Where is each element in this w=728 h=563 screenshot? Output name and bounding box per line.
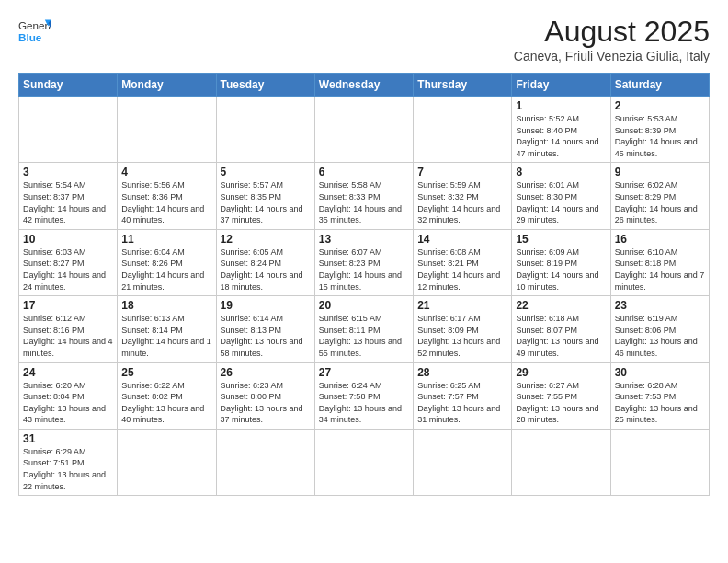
day-info: Sunrise: 6:03 AM Sunset: 8:27 PM Dayligh… [23, 247, 113, 293]
day-number: 6 [319, 166, 409, 178]
header-friday: Friday [512, 74, 610, 97]
calendar-day-cell: 19Sunrise: 6:14 AM Sunset: 8:13 PM Dayli… [216, 296, 314, 362]
day-number: 15 [516, 233, 606, 246]
day-number: 24 [23, 366, 113, 379]
calendar-day-cell: 8Sunrise: 6:01 AM Sunset: 8:30 PM Daylig… [512, 163, 610, 229]
calendar-day-cell [118, 429, 216, 495]
day-info: Sunrise: 5:57 AM Sunset: 8:35 PM Dayligh… [221, 179, 311, 225]
calendar-day-cell [118, 97, 216, 163]
calendar-day-cell: 6Sunrise: 5:58 AM Sunset: 8:33 PM Daylig… [314, 163, 413, 229]
calendar-day-cell: 14Sunrise: 6:08 AM Sunset: 8:21 PM Dayli… [414, 229, 512, 295]
calendar-day-cell: 21Sunrise: 6:17 AM Sunset: 8:09 PM Dayli… [414, 296, 512, 362]
calendar-day-cell [314, 429, 413, 495]
day-info: Sunrise: 5:54 AM Sunset: 8:37 PM Dayligh… [23, 179, 113, 225]
month-year-title: August 2025 [514, 15, 710, 49]
day-info: Sunrise: 6:18 AM Sunset: 8:07 PM Dayligh… [516, 313, 606, 359]
day-number: 21 [417, 299, 507, 312]
day-number: 27 [319, 366, 409, 379]
calendar-day-cell: 26Sunrise: 6:23 AM Sunset: 8:00 PM Dayli… [216, 362, 314, 429]
day-number: 2 [615, 99, 705, 112]
calendar-day-cell: 27Sunrise: 6:24 AM Sunset: 7:58 PM Dayli… [314, 362, 413, 429]
day-info: Sunrise: 6:29 AM Sunset: 7:51 PM Dayligh… [23, 446, 113, 492]
day-number: 8 [516, 166, 606, 178]
calendar-day-cell: 15Sunrise: 6:09 AM Sunset: 8:19 PM Dayli… [512, 229, 610, 295]
day-number: 11 [121, 233, 211, 246]
calendar-day-cell: 16Sunrise: 6:10 AM Sunset: 8:18 PM Dayli… [610, 229, 709, 295]
day-info: Sunrise: 6:19 AM Sunset: 8:06 PM Dayligh… [615, 313, 705, 359]
day-number: 17 [23, 299, 113, 312]
day-info: Sunrise: 6:02 AM Sunset: 8:29 PM Dayligh… [615, 179, 705, 225]
day-number: 22 [516, 299, 606, 312]
calendar-day-cell: 22Sunrise: 6:18 AM Sunset: 8:07 PM Dayli… [512, 296, 610, 362]
generalblue-logo-icon: General Blue [18, 15, 51, 48]
day-number: 28 [417, 366, 507, 379]
day-number: 23 [615, 299, 705, 312]
day-info: Sunrise: 6:25 AM Sunset: 7:57 PM Dayligh… [417, 380, 507, 426]
day-info: Sunrise: 6:10 AM Sunset: 8:18 PM Dayligh… [615, 247, 705, 293]
header: General Blue August 2025 Caneva, Friuli … [18, 15, 710, 63]
header-sunday: Sunday [19, 74, 118, 97]
day-info: Sunrise: 6:22 AM Sunset: 8:02 PM Dayligh… [121, 380, 211, 426]
day-info: Sunrise: 6:08 AM Sunset: 8:21 PM Dayligh… [417, 247, 507, 293]
calendar-week-row: 10Sunrise: 6:03 AM Sunset: 8:27 PM Dayli… [19, 229, 710, 295]
day-info: Sunrise: 6:24 AM Sunset: 7:58 PM Dayligh… [319, 380, 409, 426]
title-block: August 2025 Caneva, Friuli Venezia Giuli… [514, 15, 710, 63]
calendar-table: Sunday Monday Tuesday Wednesday Thursday… [18, 73, 710, 496]
day-info: Sunrise: 6:01 AM Sunset: 8:30 PM Dayligh… [516, 179, 606, 225]
day-info: Sunrise: 6:28 AM Sunset: 7:53 PM Dayligh… [615, 380, 705, 426]
day-number: 14 [417, 233, 507, 246]
day-info: Sunrise: 6:14 AM Sunset: 8:13 PM Dayligh… [221, 313, 311, 359]
day-info: Sunrise: 6:15 AM Sunset: 8:11 PM Dayligh… [319, 313, 409, 359]
calendar-day-cell: 18Sunrise: 6:13 AM Sunset: 8:14 PM Dayli… [118, 296, 216, 362]
svg-text:Blue: Blue [18, 31, 42, 43]
page: General Blue August 2025 Caneva, Friuli … [0, 0, 728, 563]
day-number: 18 [121, 299, 211, 312]
calendar-day-cell: 2Sunrise: 5:53 AM Sunset: 8:39 PM Daylig… [610, 97, 709, 163]
calendar-day-cell [610, 429, 709, 495]
calendar-day-cell: 30Sunrise: 6:28 AM Sunset: 7:53 PM Dayli… [610, 362, 709, 429]
calendar-day-cell: 29Sunrise: 6:27 AM Sunset: 7:55 PM Dayli… [512, 362, 610, 429]
day-number: 13 [319, 233, 409, 246]
day-info: Sunrise: 6:27 AM Sunset: 7:55 PM Dayligh… [516, 380, 606, 426]
calendar-day-cell [19, 97, 118, 163]
day-number: 7 [417, 166, 507, 178]
calendar-day-cell: 20Sunrise: 6:15 AM Sunset: 8:11 PM Dayli… [314, 296, 413, 362]
header-wednesday: Wednesday [314, 74, 413, 97]
calendar-week-row: 17Sunrise: 6:12 AM Sunset: 8:16 PM Dayli… [19, 296, 710, 362]
day-number: 16 [615, 233, 705, 246]
calendar-day-cell: 5Sunrise: 5:57 AM Sunset: 8:35 PM Daylig… [216, 163, 314, 229]
day-number: 26 [221, 366, 311, 379]
calendar-day-cell: 11Sunrise: 6:04 AM Sunset: 8:26 PM Dayli… [118, 229, 216, 295]
header-saturday: Saturday [610, 74, 709, 97]
calendar-week-row: 31Sunrise: 6:29 AM Sunset: 7:51 PM Dayli… [19, 429, 710, 495]
calendar-day-cell [512, 429, 610, 495]
calendar-day-cell [314, 97, 413, 163]
day-number: 10 [23, 233, 113, 246]
calendar-week-row: 1Sunrise: 5:52 AM Sunset: 8:40 PM Daylig… [19, 97, 710, 163]
calendar-day-cell: 31Sunrise: 6:29 AM Sunset: 7:51 PM Dayli… [19, 429, 118, 495]
calendar-day-cell [414, 97, 512, 163]
calendar-day-cell: 10Sunrise: 6:03 AM Sunset: 8:27 PM Dayli… [19, 229, 118, 295]
day-info: Sunrise: 6:04 AM Sunset: 8:26 PM Dayligh… [121, 247, 211, 293]
day-info: Sunrise: 5:58 AM Sunset: 8:33 PM Dayligh… [319, 179, 409, 225]
calendar-day-cell: 3Sunrise: 5:54 AM Sunset: 8:37 PM Daylig… [19, 163, 118, 229]
day-info: Sunrise: 6:17 AM Sunset: 8:09 PM Dayligh… [417, 313, 507, 359]
calendar-day-cell [216, 429, 314, 495]
calendar-day-cell: 24Sunrise: 6:20 AM Sunset: 8:04 PM Dayli… [19, 362, 118, 429]
day-number: 30 [615, 366, 705, 379]
day-info: Sunrise: 6:12 AM Sunset: 8:16 PM Dayligh… [23, 313, 113, 359]
day-number: 29 [516, 366, 606, 379]
day-number: 4 [121, 166, 211, 178]
day-info: Sunrise: 6:05 AM Sunset: 8:24 PM Dayligh… [221, 247, 311, 293]
day-number: 3 [23, 166, 113, 178]
day-info: Sunrise: 5:59 AM Sunset: 8:32 PM Dayligh… [417, 179, 507, 225]
calendar-day-cell: 7Sunrise: 5:59 AM Sunset: 8:32 PM Daylig… [414, 163, 512, 229]
calendar-day-cell: 9Sunrise: 6:02 AM Sunset: 8:29 PM Daylig… [610, 163, 709, 229]
calendar-day-cell: 28Sunrise: 6:25 AM Sunset: 7:57 PM Dayli… [414, 362, 512, 429]
day-number: 5 [221, 166, 311, 178]
calendar-day-cell [414, 429, 512, 495]
day-number: 31 [23, 432, 113, 445]
header-monday: Monday [118, 74, 216, 97]
calendar-day-cell: 13Sunrise: 6:07 AM Sunset: 8:23 PM Dayli… [314, 229, 413, 295]
day-info: Sunrise: 6:20 AM Sunset: 8:04 PM Dayligh… [23, 380, 113, 426]
